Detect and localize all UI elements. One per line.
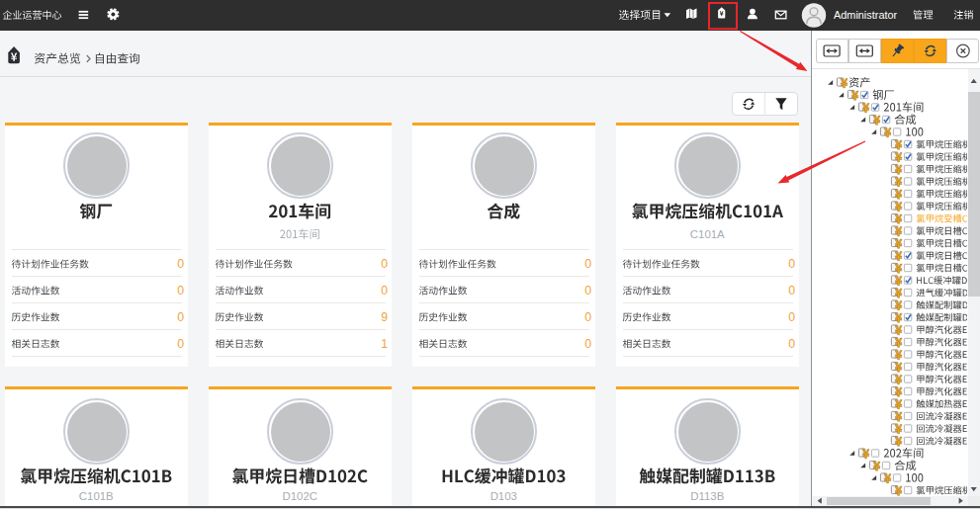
- svg-text:Administrator: Administrator: [834, 9, 898, 21]
- svg-text:0: 0: [788, 284, 795, 297]
- svg-text:D102C: D102C: [283, 490, 317, 502]
- svg-text:0: 0: [177, 337, 184, 351]
- svg-text:0: 0: [584, 310, 591, 324]
- svg-text:9: 9: [381, 310, 388, 324]
- svg-text:0: 0: [177, 284, 184, 297]
- svg-text:C101A: C101A: [690, 228, 725, 240]
- svg-text:D103: D103: [490, 490, 517, 502]
- svg-text:0: 0: [584, 257, 591, 271]
- svg-text:0: 0: [584, 337, 591, 351]
- svg-text:0: 0: [584, 284, 591, 297]
- svg-text:0: 0: [788, 310, 795, 324]
- svg-text:C101B: C101B: [79, 490, 114, 502]
- svg-text:0: 0: [177, 257, 184, 271]
- svg-text:0: 0: [788, 337, 795, 351]
- svg-text:D113B: D113B: [690, 490, 724, 502]
- svg-text:0: 0: [381, 257, 388, 271]
- svg-text:0: 0: [381, 284, 388, 297]
- svg-text:0: 0: [177, 310, 184, 324]
- svg-text:1: 1: [381, 337, 388, 351]
- svg-text:0: 0: [788, 257, 795, 271]
